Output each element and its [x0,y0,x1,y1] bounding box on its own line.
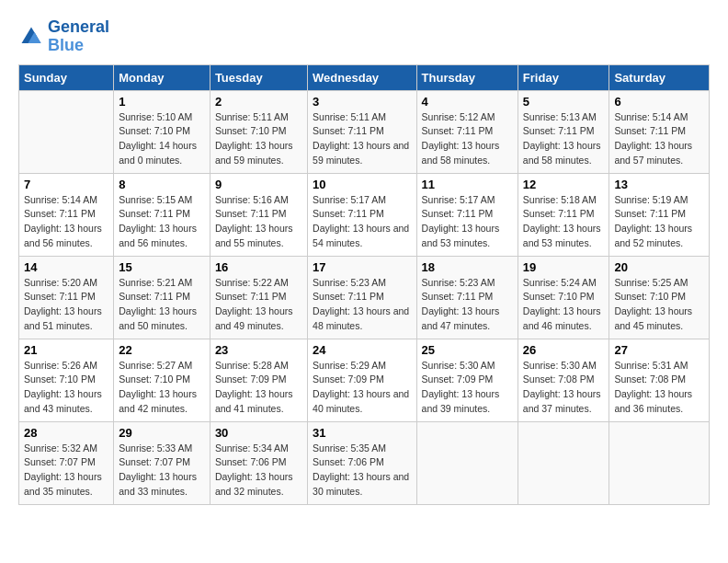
day-info: Sunrise: 5:32 AMSunset: 7:07 PMDaylight:… [24,442,108,500]
weekday-header-monday: Monday [114,64,210,90]
weekday-header-thursday: Thursday [416,64,518,90]
calendar-cell: 7Sunrise: 5:14 AMSunset: 7:11 PMDaylight… [19,173,114,256]
weekday-header-row: SundayMondayTuesdayWednesdayThursdayFrid… [19,64,710,90]
calendar-cell [609,421,710,504]
calendar-cell: 4Sunrise: 5:12 AMSunset: 7:11 PMDaylight… [416,90,518,173]
day-info: Sunrise: 5:17 AMSunset: 7:11 PMDaylight:… [313,193,411,251]
calendar-cell: 27Sunrise: 5:31 AMSunset: 7:08 PMDayligh… [609,339,710,421]
day-info: Sunrise: 5:13 AMSunset: 7:11 PMDaylight:… [523,110,605,168]
calendar-cell: 26Sunrise: 5:30 AMSunset: 7:08 PMDayligh… [518,339,609,421]
calendar-cell: 14Sunrise: 5:20 AMSunset: 7:11 PMDayligh… [19,256,114,339]
day-number: 24 [313,343,411,357]
day-info: Sunrise: 5:11 AMSunset: 7:11 PMDaylight:… [313,110,411,168]
page-header: General Blue [18,18,710,55]
calendar-cell: 29Sunrise: 5:33 AMSunset: 7:07 PMDayligh… [114,421,210,504]
day-number: 8 [119,178,205,191]
day-number: 11 [422,178,513,191]
day-number: 5 [523,95,605,109]
day-number: 22 [119,343,205,357]
calendar-cell: 11Sunrise: 5:17 AMSunset: 7:11 PMDayligh… [416,173,518,256]
calendar-cell: 2Sunrise: 5:11 AMSunset: 7:10 PMDaylight… [210,90,307,173]
day-number: 26 [523,343,605,357]
day-number: 23 [215,343,302,357]
day-info: Sunrise: 5:30 AMSunset: 7:08 PMDaylight:… [523,359,605,417]
day-number: 6 [614,95,704,109]
day-info: Sunrise: 5:27 AMSunset: 7:10 PMDaylight:… [119,359,205,417]
day-info: Sunrise: 5:17 AMSunset: 7:11 PMDaylight:… [422,193,513,251]
calendar-cell: 16Sunrise: 5:22 AMSunset: 7:11 PMDayligh… [210,256,307,339]
day-number: 9 [215,178,302,191]
day-info: Sunrise: 5:25 AMSunset: 7:10 PMDaylight:… [614,276,704,334]
calendar-cell [19,90,114,173]
day-info: Sunrise: 5:33 AMSunset: 7:07 PMDaylight:… [119,442,205,500]
weekday-header-friday: Friday [518,64,609,90]
calendar-cell: 6Sunrise: 5:14 AMSunset: 7:11 PMDaylight… [609,90,710,173]
calendar-cell: 9Sunrise: 5:16 AMSunset: 7:11 PMDaylight… [210,173,307,256]
day-info: Sunrise: 5:10 AMSunset: 7:10 PMDaylight:… [119,110,205,168]
day-number: 28 [24,426,108,440]
day-info: Sunrise: 5:28 AMSunset: 7:09 PMDaylight:… [215,359,302,417]
day-number: 12 [523,178,605,191]
day-number: 21 [24,343,108,357]
logo-text: General Blue [48,18,109,55]
calendar-cell: 21Sunrise: 5:26 AMSunset: 7:10 PMDayligh… [19,339,114,421]
calendar-cell: 30Sunrise: 5:34 AMSunset: 7:06 PMDayligh… [210,421,307,504]
calendar-cell [416,421,518,504]
weekday-header-sunday: Sunday [19,64,114,90]
day-info: Sunrise: 5:34 AMSunset: 7:06 PMDaylight:… [215,442,302,500]
day-number: 30 [215,426,302,440]
day-number: 31 [313,426,411,440]
calendar-cell: 15Sunrise: 5:21 AMSunset: 7:11 PMDayligh… [114,256,210,339]
week-row-4: 21Sunrise: 5:26 AMSunset: 7:10 PMDayligh… [19,339,710,421]
day-number: 1 [119,95,205,109]
calendar-cell: 5Sunrise: 5:13 AMSunset: 7:11 PMDaylight… [518,90,609,173]
day-info: Sunrise: 5:14 AMSunset: 7:11 PMDaylight:… [614,110,704,168]
calendar-table: SundayMondayTuesdayWednesdayThursdayFrid… [18,64,710,505]
day-info: Sunrise: 5:23 AMSunset: 7:11 PMDaylight:… [313,276,411,334]
calendar-cell: 31Sunrise: 5:35 AMSunset: 7:06 PMDayligh… [308,421,416,504]
day-number: 4 [422,95,513,109]
week-row-5: 28Sunrise: 5:32 AMSunset: 7:07 PMDayligh… [19,421,710,504]
day-number: 27 [614,343,704,357]
day-info: Sunrise: 5:30 AMSunset: 7:09 PMDaylight:… [422,359,513,417]
day-info: Sunrise: 5:18 AMSunset: 7:11 PMDaylight:… [523,193,605,251]
week-row-1: 1Sunrise: 5:10 AMSunset: 7:10 PMDaylight… [19,90,710,173]
day-info: Sunrise: 5:14 AMSunset: 7:11 PMDaylight:… [24,193,108,251]
calendar-cell: 19Sunrise: 5:24 AMSunset: 7:10 PMDayligh… [518,256,609,339]
calendar-cell: 24Sunrise: 5:29 AMSunset: 7:09 PMDayligh… [308,339,416,421]
day-number: 10 [313,178,411,191]
day-number: 7 [24,178,108,191]
logo: General Blue [18,18,109,55]
day-info: Sunrise: 5:19 AMSunset: 7:11 PMDaylight:… [614,193,704,251]
day-info: Sunrise: 5:24 AMSunset: 7:10 PMDaylight:… [523,276,605,334]
calendar-cell: 22Sunrise: 5:27 AMSunset: 7:10 PMDayligh… [114,339,210,421]
calendar-cell: 20Sunrise: 5:25 AMSunset: 7:10 PMDayligh… [609,256,710,339]
calendar-cell: 25Sunrise: 5:30 AMSunset: 7:09 PMDayligh… [416,339,518,421]
calendar-cell: 3Sunrise: 5:11 AMSunset: 7:11 PMDaylight… [308,90,416,173]
day-info: Sunrise: 5:31 AMSunset: 7:08 PMDaylight:… [614,359,704,417]
day-number: 17 [313,260,411,274]
calendar-cell: 18Sunrise: 5:23 AMSunset: 7:11 PMDayligh… [416,256,518,339]
week-row-2: 7Sunrise: 5:14 AMSunset: 7:11 PMDaylight… [19,173,710,256]
day-info: Sunrise: 5:12 AMSunset: 7:11 PMDaylight:… [422,110,513,168]
day-number: 15 [119,260,205,274]
day-info: Sunrise: 5:11 AMSunset: 7:10 PMDaylight:… [215,110,302,168]
calendar-cell: 17Sunrise: 5:23 AMSunset: 7:11 PMDayligh… [308,256,416,339]
day-number: 14 [24,260,108,274]
calendar-cell: 10Sunrise: 5:17 AMSunset: 7:11 PMDayligh… [308,173,416,256]
day-number: 2 [215,95,302,109]
calendar-cell: 8Sunrise: 5:15 AMSunset: 7:11 PMDaylight… [114,173,210,256]
day-info: Sunrise: 5:20 AMSunset: 7:11 PMDaylight:… [24,276,108,334]
weekday-header-tuesday: Tuesday [210,64,307,90]
weekday-header-wednesday: Wednesday [308,64,416,90]
day-info: Sunrise: 5:15 AMSunset: 7:11 PMDaylight:… [119,193,205,251]
day-number: 3 [313,95,411,109]
day-info: Sunrise: 5:22 AMSunset: 7:11 PMDaylight:… [215,276,302,334]
day-number: 16 [215,260,302,274]
day-number: 25 [422,343,513,357]
calendar-cell [518,421,609,504]
calendar-cell: 1Sunrise: 5:10 AMSunset: 7:10 PMDaylight… [114,90,210,173]
day-info: Sunrise: 5:35 AMSunset: 7:06 PMDaylight:… [313,442,411,500]
day-info: Sunrise: 5:26 AMSunset: 7:10 PMDaylight:… [24,359,108,417]
calendar-cell: 28Sunrise: 5:32 AMSunset: 7:07 PMDayligh… [19,421,114,504]
